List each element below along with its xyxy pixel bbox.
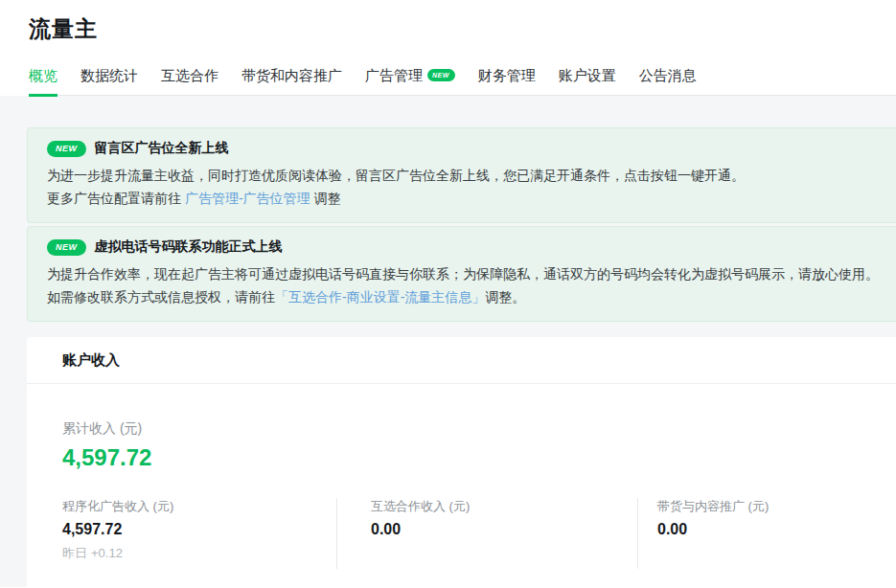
stat-mutual-selection-income: 互选合作收入 (元) 0.00 <box>336 498 637 569</box>
header: 流量主 概览 数据统计 互选合作 带货和内容推广 广告管理NEW 财务管理 账户… <box>0 0 896 96</box>
notice-line: 为进一步提升流量主收益，同时打造优质阅读体验，留言区广告位全新上线，您已满足开通… <box>47 164 896 187</box>
notice-body: 为提升合作效率，现在起广告主将可通过虚拟电话号码直接与你联系；为保障隐私，通话双… <box>47 262 896 308</box>
tab-mutual-selection[interactable]: 互选合作 <box>161 67 218 95</box>
notice-comment-ad-slot: NEW 留言区广告位全新上线 为进一步提升流量主收益，同时打造优质阅读体验，留言… <box>27 127 896 223</box>
tab-bar: 概览 数据统计 互选合作 带货和内容推广 广告管理NEW 财务管理 账户设置 公… <box>29 67 896 96</box>
stat-value: 0.00 <box>371 521 637 538</box>
new-badge-icon: NEW <box>47 141 86 157</box>
stat-value: 0.00 <box>657 521 896 538</box>
stat-label: 带货与内容推广 (元) <box>657 498 896 515</box>
tab-goods-content-promotion[interactable]: 带货和内容推广 <box>241 67 342 95</box>
new-badge-icon: NEW <box>47 239 86 256</box>
notice-line: 如需修改联系方式或信息授权，请前往「互选合作-商业设置-流量主信息」调整。 <box>47 285 896 308</box>
page: 流量主 概览 数据统计 互选合作 带货和内容推广 广告管理NEW 财务管理 账户… <box>0 0 896 588</box>
notice-title: 虚拟电话号码联系功能正式上线 <box>95 238 283 256</box>
tab-overview[interactable]: 概览 <box>29 67 57 97</box>
stat-value: 4,597.72 <box>62 521 336 538</box>
stat-label: 互选合作收入 (元) <box>371 498 637 515</box>
income-stats-row: 程序化广告收入 (元) 4,597.72 昨日+0.12 互选合作收入 (元) … <box>27 498 896 569</box>
stat-programmatic-ad-income: 程序化广告收入 (元) 4,597.72 昨日+0.12 <box>27 498 336 569</box>
total-income-label: 累计收入 (元) <box>62 420 896 438</box>
tab-announcements[interactable]: 公告消息 <box>639 67 697 95</box>
stat-yesterday-change: 昨日+0.12 <box>62 545 336 562</box>
tab-account-settings[interactable]: 账户设置 <box>559 67 616 95</box>
page-title: 流量主 <box>29 0 896 44</box>
tab-finance-management[interactable]: 财务管理 <box>478 67 536 95</box>
total-income-value: 4,597.72 <box>62 444 896 471</box>
traffic-owner-info-link[interactable]: 「互选合作-商业设置-流量主信息」 <box>275 289 485 305</box>
total-income-block: 累计收入 (元) 4,597.72 <box>27 420 896 471</box>
card-title: 账户收入 <box>27 337 896 384</box>
tab-data-statistics[interactable]: 数据统计 <box>80 67 138 95</box>
notice-body: 为进一步提升流量主收益，同时打造优质阅读体验，留言区广告位全新上线，您已满足开通… <box>47 164 896 210</box>
stat-label: 程序化广告收入 (元) <box>62 498 336 515</box>
content-area: NEW 留言区广告位全新上线 为进一步提升流量主收益，同时打造优质阅读体验，留言… <box>0 96 896 587</box>
account-income-card: 账户收入 累计收入 (元) 4,597.72 程序化广告收入 (元) 4,597… <box>27 337 896 588</box>
notice-title: 留言区广告位全新上线 <box>95 140 229 157</box>
tab-ad-management[interactable]: 广告管理NEW <box>365 67 455 95</box>
notice-virtual-phone: NEW 虚拟电话号码联系功能正式上线 为提升合作效率，现在起广告主将可通过虚拟电… <box>27 226 896 322</box>
notice-line: 更多广告位配置请前往 广告管理-广告位管理 调整 <box>47 187 896 210</box>
stat-goods-content-promotion: 带货与内容推广 (元) 0.00 <box>637 498 896 569</box>
notice-line: 为提升合作效率，现在起广告主将可通过虚拟电话号码直接与你联系；为保障隐私，通话双… <box>47 262 896 285</box>
ad-slot-management-link[interactable]: 广告管理-广告位管理 <box>185 191 310 206</box>
new-badge-icon: NEW <box>427 69 455 81</box>
